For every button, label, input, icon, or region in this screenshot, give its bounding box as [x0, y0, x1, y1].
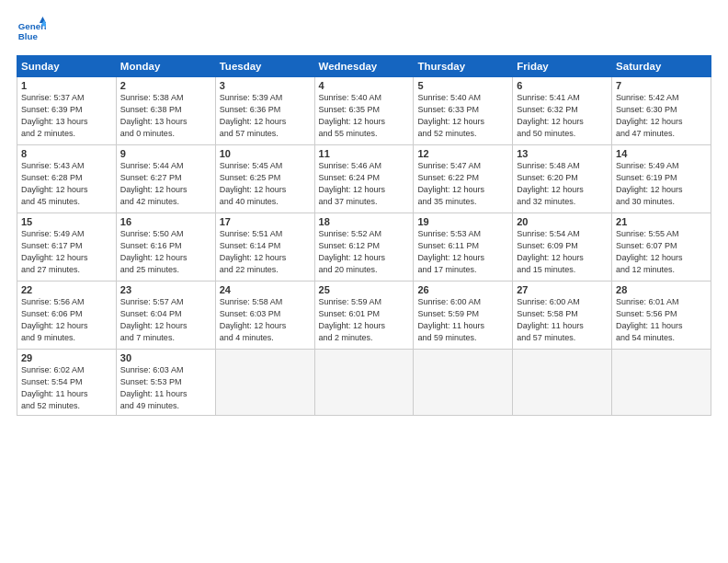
day-number: 7 [616, 80, 707, 91]
day-cell-7: 7Sunrise: 5:42 AM Sunset: 6:30 PM Daylig… [612, 77, 711, 145]
day-cell-14: 14Sunrise: 5:49 AM Sunset: 6:19 PM Dayli… [612, 145, 711, 213]
day-cell-18: 18Sunrise: 5:52 AM Sunset: 6:12 PM Dayli… [314, 213, 414, 282]
day-info: Sunrise: 5:40 AM Sunset: 6:33 PM Dayligh… [417, 92, 508, 140]
day-cell-13: 13Sunrise: 5:48 AM Sunset: 6:20 PM Dayli… [513, 145, 612, 213]
day-number: 25 [319, 284, 410, 295]
day-number: 4 [319, 80, 410, 91]
day-number: 12 [417, 148, 508, 159]
day-number: 8 [21, 148, 112, 159]
day-cell-30: 30Sunrise: 6:03 AM Sunset: 5:53 PM Dayli… [116, 350, 215, 416]
day-cell-1: 1Sunrise: 5:37 AM Sunset: 6:39 PM Daylig… [17, 77, 117, 145]
header: General Blue [17, 17, 711, 46]
weekday-header-sunday: Sunday [17, 56, 117, 77]
day-number: 6 [517, 80, 608, 91]
day-info: Sunrise: 5:43 AM Sunset: 6:28 PM Dayligh… [21, 160, 112, 208]
day-number: 15 [21, 216, 112, 227]
day-cell-26: 26Sunrise: 6:00 AM Sunset: 5:59 PM Dayli… [414, 282, 513, 350]
weekday-header-saturday: Saturday [612, 56, 711, 77]
day-cell-21: 21Sunrise: 5:55 AM Sunset: 6:07 PM Dayli… [612, 213, 711, 282]
day-number: 18 [319, 216, 410, 227]
day-cell-20: 20Sunrise: 5:54 AM Sunset: 6:09 PM Dayli… [513, 213, 612, 282]
day-info: Sunrise: 5:48 AM Sunset: 6:20 PM Dayligh… [517, 160, 608, 208]
day-info: Sunrise: 5:47 AM Sunset: 6:22 PM Dayligh… [417, 160, 508, 208]
weekday-header-wednesday: Wednesday [314, 56, 414, 77]
day-number: 27 [517, 284, 608, 295]
calendar-row-5: 29Sunrise: 6:02 AM Sunset: 5:54 PM Dayli… [17, 350, 711, 416]
day-info: Sunrise: 5:41 AM Sunset: 6:32 PM Dayligh… [517, 92, 608, 140]
day-number: 13 [517, 148, 608, 159]
day-info: Sunrise: 5:55 AM Sunset: 6:07 PM Dayligh… [616, 228, 707, 276]
logo: General Blue [17, 17, 46, 46]
day-cell-23: 23Sunrise: 5:57 AM Sunset: 6:04 PM Dayli… [116, 282, 215, 350]
day-info: Sunrise: 5:52 AM Sunset: 6:12 PM Dayligh… [319, 228, 410, 276]
empty-cell [414, 350, 513, 416]
day-cell-6: 6Sunrise: 5:41 AM Sunset: 6:32 PM Daylig… [513, 77, 612, 145]
day-number: 17 [220, 216, 311, 227]
day-info: Sunrise: 6:02 AM Sunset: 5:54 PM Dayligh… [21, 364, 112, 412]
calendar-row-3: 15Sunrise: 5:49 AM Sunset: 6:17 PM Dayli… [17, 213, 711, 282]
day-info: Sunrise: 5:54 AM Sunset: 6:09 PM Dayligh… [517, 228, 608, 276]
weekday-header-monday: Monday [116, 56, 215, 77]
day-info: Sunrise: 6:00 AM Sunset: 5:59 PM Dayligh… [417, 296, 508, 344]
day-info: Sunrise: 6:00 AM Sunset: 5:58 PM Dayligh… [517, 296, 608, 344]
day-info: Sunrise: 5:44 AM Sunset: 6:27 PM Dayligh… [120, 160, 211, 208]
day-number: 3 [220, 80, 311, 91]
day-cell-15: 15Sunrise: 5:49 AM Sunset: 6:17 PM Dayli… [17, 213, 117, 282]
day-cell-11: 11Sunrise: 5:46 AM Sunset: 6:24 PM Dayli… [314, 145, 414, 213]
day-cell-2: 2Sunrise: 5:38 AM Sunset: 6:38 PM Daylig… [116, 77, 215, 145]
calendar: SundayMondayTuesdayWednesdayThursdayFrid… [17, 55, 711, 416]
day-cell-28: 28Sunrise: 6:01 AM Sunset: 5:56 PM Dayli… [612, 282, 711, 350]
day-info: Sunrise: 5:53 AM Sunset: 6:11 PM Dayligh… [417, 228, 508, 276]
day-info: Sunrise: 5:46 AM Sunset: 6:24 PM Dayligh… [319, 160, 410, 208]
empty-cell [215, 350, 314, 416]
weekday-header-friday: Friday [513, 56, 612, 77]
calendar-row-1: 1Sunrise: 5:37 AM Sunset: 6:39 PM Daylig… [17, 77, 711, 145]
empty-cell [513, 350, 612, 416]
day-info: Sunrise: 5:42 AM Sunset: 6:30 PM Dayligh… [616, 92, 707, 140]
day-info: Sunrise: 6:01 AM Sunset: 5:56 PM Dayligh… [616, 296, 707, 344]
day-number: 28 [616, 284, 707, 295]
day-number: 16 [120, 216, 211, 227]
day-cell-16: 16Sunrise: 5:50 AM Sunset: 6:16 PM Dayli… [116, 213, 215, 282]
day-info: Sunrise: 5:57 AM Sunset: 6:04 PM Dayligh… [120, 296, 211, 344]
day-number: 5 [417, 80, 508, 91]
day-info: Sunrise: 6:03 AM Sunset: 5:53 PM Dayligh… [120, 364, 211, 412]
day-info: Sunrise: 5:45 AM Sunset: 6:25 PM Dayligh… [220, 160, 311, 208]
calendar-row-4: 22Sunrise: 5:56 AM Sunset: 6:06 PM Dayli… [17, 282, 711, 350]
day-info: Sunrise: 5:37 AM Sunset: 6:39 PM Dayligh… [21, 92, 112, 140]
day-info: Sunrise: 5:56 AM Sunset: 6:06 PM Dayligh… [21, 296, 112, 344]
day-info: Sunrise: 5:58 AM Sunset: 6:03 PM Dayligh… [220, 296, 311, 344]
day-number: 20 [517, 216, 608, 227]
day-cell-5: 5Sunrise: 5:40 AM Sunset: 6:33 PM Daylig… [414, 77, 513, 145]
day-cell-29: 29Sunrise: 6:02 AM Sunset: 5:54 PM Dayli… [17, 350, 117, 416]
day-number: 10 [220, 148, 311, 159]
day-info: Sunrise: 5:40 AM Sunset: 6:35 PM Dayligh… [319, 92, 410, 140]
day-number: 1 [21, 80, 112, 91]
day-cell-27: 27Sunrise: 6:00 AM Sunset: 5:58 PM Dayli… [513, 282, 612, 350]
day-info: Sunrise: 5:38 AM Sunset: 6:38 PM Dayligh… [120, 92, 211, 140]
day-number: 24 [220, 284, 311, 295]
day-info: Sunrise: 5:49 AM Sunset: 6:17 PM Dayligh… [21, 228, 112, 276]
day-number: 19 [417, 216, 508, 227]
day-cell-19: 19Sunrise: 5:53 AM Sunset: 6:11 PM Dayli… [414, 213, 513, 282]
weekday-header-thursday: Thursday [414, 56, 513, 77]
day-info: Sunrise: 5:49 AM Sunset: 6:19 PM Dayligh… [616, 160, 707, 208]
page: General Blue SundayMondayTuesdayWednesda… [0, 0, 728, 563]
day-number: 23 [120, 284, 211, 295]
logo-icon: General Blue [17, 17, 46, 46]
day-cell-3: 3Sunrise: 5:39 AM Sunset: 6:36 PM Daylig… [215, 77, 314, 145]
day-cell-25: 25Sunrise: 5:59 AM Sunset: 6:01 PM Dayli… [314, 282, 414, 350]
day-number: 29 [21, 352, 112, 363]
day-cell-10: 10Sunrise: 5:45 AM Sunset: 6:25 PM Dayli… [215, 145, 314, 213]
day-number: 22 [21, 284, 112, 295]
empty-cell [612, 350, 711, 416]
day-info: Sunrise: 5:39 AM Sunset: 6:36 PM Dayligh… [220, 92, 311, 140]
day-number: 11 [319, 148, 410, 159]
day-number: 21 [616, 216, 707, 227]
day-number: 26 [417, 284, 508, 295]
day-cell-24: 24Sunrise: 5:58 AM Sunset: 6:03 PM Dayli… [215, 282, 314, 350]
day-number: 30 [120, 352, 211, 363]
day-info: Sunrise: 5:59 AM Sunset: 6:01 PM Dayligh… [319, 296, 410, 344]
weekday-header-row: SundayMondayTuesdayWednesdayThursdayFrid… [17, 56, 711, 77]
day-cell-8: 8Sunrise: 5:43 AM Sunset: 6:28 PM Daylig… [17, 145, 117, 213]
